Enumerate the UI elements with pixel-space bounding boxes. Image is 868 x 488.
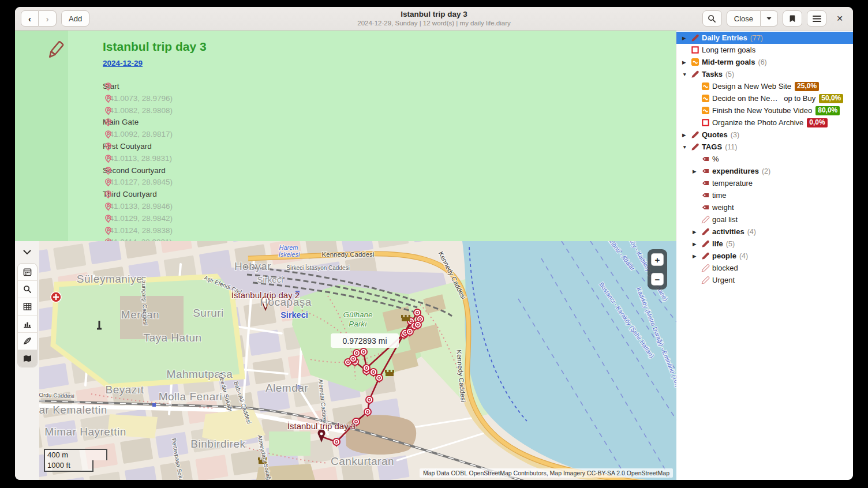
- castle-icon: [401, 315, 410, 321]
- progress-badge: 50,0%: [819, 94, 843, 103]
- map-label: Ordu Caddesi: [39, 392, 74, 399]
- map-label: Mimar Hayrettin: [44, 426, 126, 438]
- entry-line[interactable]: First Coutyard: [68, 141, 676, 153]
- bookmark-icon: [788, 14, 796, 23]
- chart-button[interactable]: [18, 316, 37, 333]
- entry-line[interactable]: (41.0113, 28.9831): [68, 153, 676, 165]
- entry-line[interactable]: Main Gate: [68, 117, 676, 129]
- bookmarks-button[interactable]: [783, 10, 802, 27]
- distance-label: 0.972893 mi: [331, 333, 399, 348]
- window-close-button[interactable]: ✕: [831, 10, 848, 27]
- tool-stack: [17, 263, 38, 367]
- tree-row[interactable]: ▼Tasks(5): [676, 68, 853, 80]
- entry-line-text: (41.0073, 28.9796): [107, 94, 173, 103]
- forward-button[interactable]: ›: [39, 10, 57, 27]
- entry-editor[interactable]: Istanbul trip day 3 2024-12-29 Start(41.…: [15, 31, 676, 241]
- tree-row[interactable]: ▶Mid-term goals(6): [676, 56, 853, 68]
- expander-icon[interactable]: ▶: [691, 253, 701, 259]
- expander-icon[interactable]: ▼: [681, 144, 691, 150]
- tree-row[interactable]: temperature: [676, 177, 853, 189]
- expander-icon[interactable]: ▶: [691, 168, 701, 174]
- expander-icon[interactable]: ▶: [691, 241, 701, 247]
- entry-line[interactable]: (41.0124, 28.9838): [68, 225, 676, 237]
- entry-search-button[interactable]: [18, 281, 37, 298]
- tree-item-label: Daily Entries: [702, 33, 747, 42]
- expander-icon[interactable]: ▶: [691, 229, 701, 235]
- tree-row[interactable]: blocked: [676, 262, 853, 274]
- tree-item-label: Tasks: [702, 70, 723, 78]
- pencil-icon: [691, 142, 702, 151]
- back-button[interactable]: ‹: [21, 10, 39, 27]
- entry-line-text: (41.0133, 28.9846): [107, 202, 173, 211]
- tree-row[interactable]: ▶Quotes(3): [676, 129, 853, 141]
- tree-row[interactable]: Design a New Web Site25,0%: [676, 80, 853, 92]
- expander-icon[interactable]: ▼: [681, 72, 691, 77]
- tree-row[interactable]: time: [676, 189, 853, 201]
- entry-line[interactable]: Start: [68, 81, 676, 93]
- tree-row[interactable]: %: [676, 153, 853, 165]
- tree-row[interactable]: Decide on the Ne… op to Buy50,0%: [676, 92, 853, 104]
- entry-line[interactable]: Second Courtyard: [68, 165, 676, 177]
- zoom-in-button[interactable]: +: [651, 253, 664, 266]
- map-label: Sirkeci: [280, 310, 308, 320]
- tree-row[interactable]: ▶people(4): [676, 250, 853, 262]
- tree-row[interactable]: ▶Daily Entries(77): [676, 32, 853, 44]
- tree-row[interactable]: ▶activities(4): [676, 226, 853, 238]
- theme-button[interactable]: [18, 333, 37, 350]
- close-entry-button[interactable]: Close: [727, 10, 761, 27]
- expander-icon[interactable]: ▶: [681, 59, 691, 65]
- entry-date-link[interactable]: 2024-12-29: [103, 59, 143, 67]
- search-button[interactable]: [702, 10, 722, 27]
- expander-icon[interactable]: ▶: [681, 132, 691, 138]
- map-pin-icon: [104, 94, 113, 103]
- tree-row[interactable]: ▼TAGS(11): [676, 141, 853, 153]
- map-pin-icon: [104, 190, 113, 199]
- map-label: Süleymaniye: [77, 273, 143, 285]
- entry-line[interactable]: (41.0133, 28.9846): [68, 201, 676, 213]
- tree-item-label: Quotes: [702, 130, 728, 139]
- nav-buttons: ‹ ›: [21, 10, 57, 27]
- entry-line[interactable]: (41.0073, 28.9796): [68, 93, 676, 105]
- tree-row[interactable]: goal list: [676, 213, 853, 226]
- tree-row[interactable]: ▶expenditures(2): [676, 165, 853, 177]
- entry-gutter: [15, 31, 68, 241]
- tree-item-label: goal list: [712, 215, 738, 224]
- expander-icon[interactable]: ▶: [681, 35, 691, 41]
- map-zoom-control: + −: [648, 249, 667, 290]
- calendar-button[interactable]: [18, 264, 37, 281]
- tree-row[interactable]: Finish the New Youtube Video80,0%: [676, 104, 853, 117]
- entry-line[interactable]: (41.0092, 28.9817): [68, 129, 676, 141]
- table-button[interactable]: [18, 298, 37, 316]
- entry-line[interactable]: (41.0114, 28.9831): [68, 237, 676, 241]
- menu-button[interactable]: [807, 10, 826, 27]
- entry-line[interactable]: (41.0082, 28.9808): [68, 105, 676, 117]
- map-button[interactable]: [18, 350, 37, 367]
- close-dropdown-button[interactable]: [761, 10, 778, 27]
- wave-icon: [701, 82, 712, 91]
- entry-line[interactable]: (41.0129, 28.9842): [68, 213, 676, 225]
- map-canvas[interactable]: 0.972893 mi SüleymaniyeHobyarSirkeciHoca…: [39, 241, 676, 480]
- tree-item-label: Design a New Web Site: [712, 82, 791, 91]
- castle-icon: [385, 370, 394, 376]
- tree-row[interactable]: weight: [676, 201, 853, 213]
- header-bar: ‹ › Add Istanbul trip day 3 2024-12-29, …: [15, 7, 853, 31]
- tree-item-label: Finish the New Youtube Video: [712, 106, 812, 115]
- search-icon: [23, 285, 32, 294]
- tree-row[interactable]: Organize the Photo Archive0,0%: [676, 117, 853, 129]
- tree-row[interactable]: Long term goals: [676, 44, 853, 56]
- map-label: Molla Fenari: [159, 391, 223, 403]
- entry-line[interactable]: Third Courtyard: [68, 189, 676, 201]
- tree-item-count: (5): [726, 240, 735, 248]
- map-toolbar: [15, 241, 39, 480]
- pencil-icon: [45, 39, 66, 62]
- map-pin-icon: [104, 142, 113, 151]
- tree-row[interactable]: ▶life(5): [676, 238, 853, 250]
- collapse-panel-button[interactable]: [18, 246, 36, 258]
- tree-item-label: %: [712, 155, 719, 163]
- entry-line[interactable]: (41.0127, 28.9845): [68, 177, 676, 189]
- map-pin-icon: [104, 130, 113, 139]
- tree-row[interactable]: Urgent: [676, 274, 853, 286]
- map-label: İstanbul trip day 3: [287, 421, 356, 431]
- zoom-out-button[interactable]: −: [651, 273, 664, 286]
- add-button[interactable]: Add: [61, 10, 89, 27]
